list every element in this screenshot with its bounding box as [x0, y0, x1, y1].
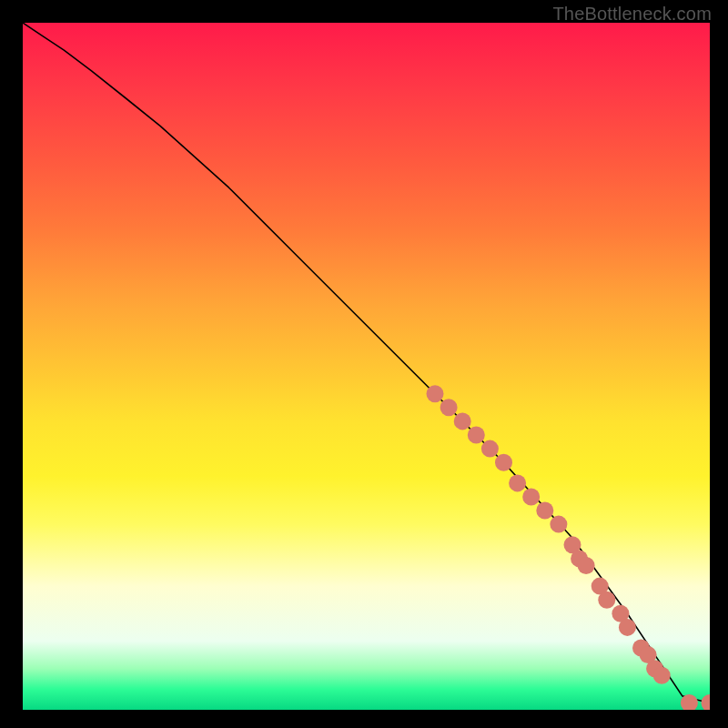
data-point	[550, 516, 567, 533]
data-point	[509, 474, 526, 491]
data-point	[468, 427, 485, 444]
data-point	[578, 557, 595, 574]
data-point	[653, 667, 671, 684]
data-point	[495, 454, 512, 471]
chart-svg	[23, 23, 710, 710]
data-point	[454, 412, 471, 430]
data-point	[598, 592, 615, 609]
plot-area	[23, 23, 710, 710]
data-point	[536, 502, 553, 520]
data-point	[702, 694, 711, 710]
data-points	[427, 385, 711, 710]
data-point	[481, 440, 499, 458]
data-point	[440, 399, 458, 416]
data-point	[522, 489, 540, 506]
data-point	[427, 385, 444, 402]
attribution-text: TheBottleneck.com	[552, 4, 712, 25]
data-point	[619, 619, 636, 636]
